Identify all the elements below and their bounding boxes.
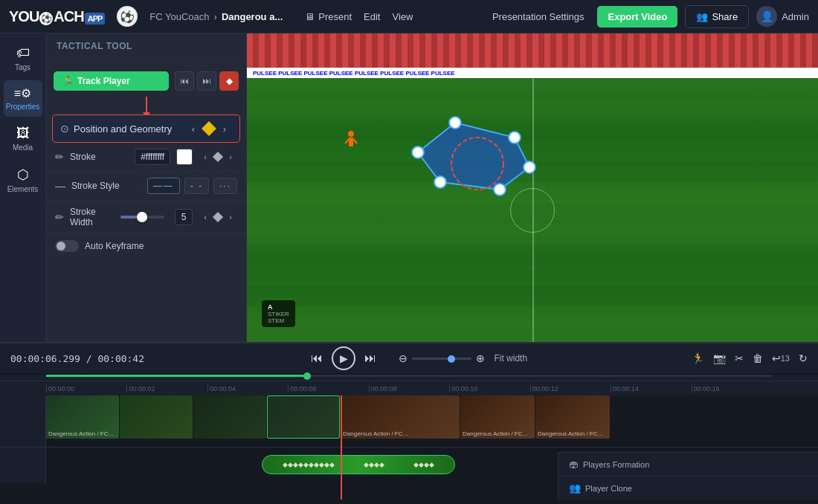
zoom-in-button[interactable]: ⊕ bbox=[476, 352, 485, 364]
anim-track-label bbox=[0, 448, 46, 483]
svg-point-8 bbox=[348, 131, 354, 137]
slider-fill bbox=[120, 216, 138, 219]
stroke-style-icon: — bbox=[55, 180, 65, 192]
color-swatch[interactable] bbox=[176, 149, 193, 165]
play-pause-button[interactable]: ▶ bbox=[332, 346, 355, 370]
progress-track[interactable] bbox=[46, 375, 772, 377]
auto-keyframe-toggle[interactable] bbox=[55, 240, 79, 252]
thumb-label-1: Dangerous Action / FC YouCoach 0 - Test … bbox=[48, 430, 115, 437]
panel-title: TACTICAL TOOL bbox=[57, 41, 132, 51]
player-clone-label: Player Clone bbox=[585, 484, 632, 493]
admin-avatar: 👤 bbox=[756, 6, 777, 27]
elements-icon: ⬡ bbox=[17, 167, 29, 183]
logo: YOU⚽ACHAPP bbox=[9, 8, 105, 25]
sidebar-item-properties[interactable]: ≡⚙ Properties bbox=[4, 80, 42, 117]
geometry-icon: ⊙ bbox=[60, 123, 69, 135]
stroke-value[interactable]: #ffffffff bbox=[135, 149, 170, 165]
record-button[interactable]: ◆ bbox=[219, 71, 239, 91]
track-player-button[interactable]: 🏃 Track Player bbox=[54, 71, 169, 91]
stroke-icon: ✏ bbox=[55, 151, 64, 163]
player-clone-track[interactable]: 👥 Player Clone bbox=[558, 476, 818, 500]
export-video-button[interactable]: Export Video bbox=[597, 6, 677, 28]
keyframe-diamond-button[interactable] bbox=[202, 121, 216, 136]
skip-fwd-button[interactable]: ⏭ bbox=[197, 71, 216, 91]
svg-point-2 bbox=[509, 132, 521, 143]
track-label-area bbox=[0, 395, 46, 447]
position-geometry-section[interactable]: ⊙ Position and Geometry ‹ › bbox=[52, 114, 240, 143]
svg-point-6 bbox=[412, 146, 424, 158]
thumb-label-7: Dangerous Action / FC You... bbox=[538, 430, 605, 437]
ruler-mark-0: 00:00:00 bbox=[46, 385, 126, 392]
tactical-polygon bbox=[410, 115, 544, 204]
breadcrumb: FC YouCoach › Dangerou a... bbox=[149, 11, 283, 22]
stroke-width-slider[interactable] bbox=[120, 216, 165, 219]
svg-point-4 bbox=[494, 184, 506, 196]
stroke-style-row: — Stroke Style —— - - ··· bbox=[46, 172, 246, 201]
redo-button[interactable]: ↻ bbox=[799, 352, 808, 364]
time-display: 00:00:06.299 / 00:00:42 bbox=[10, 353, 144, 364]
media-label: Media bbox=[13, 143, 33, 152]
progress-handle[interactable] bbox=[303, 372, 311, 380]
svg-line-11 bbox=[353, 139, 357, 143]
stroke-keyframe-btn[interactable] bbox=[213, 152, 223, 162]
thumb-6: Dangerous Action / FC YouCo... bbox=[460, 395, 535, 439]
view-button[interactable]: View bbox=[392, 11, 413, 22]
undo-count: 13 bbox=[781, 354, 790, 363]
ruler-mark-8: 00:00:16 bbox=[692, 385, 772, 392]
scissors-button[interactable]: ✂ bbox=[735, 352, 744, 364]
stroke-row: ✏ Stroke #ffffffff ‹ › bbox=[46, 143, 246, 172]
delete-button[interactable]: 🗑 bbox=[753, 352, 763, 364]
fit-width-button[interactable]: Fit width bbox=[489, 352, 532, 365]
screenshot-button[interactable]: 📷 bbox=[713, 352, 726, 364]
width-nav: ‹ › bbox=[199, 210, 237, 224]
stroke-style-label: Stroke Style bbox=[71, 181, 141, 191]
timeline-controls: 00:00:06.299 / 00:00:42 ⏮ ▶ ⏭ ⊖ ⊕ Fit wi… bbox=[0, 343, 818, 373]
stroke-dotted-button[interactable]: ··· bbox=[213, 178, 237, 194]
players-formation-track[interactable]: 🏟 Players Formation bbox=[558, 452, 818, 476]
share-button[interactable]: 👥 Share bbox=[685, 5, 749, 28]
ruler-mark-6: 00:00:12 bbox=[530, 385, 611, 392]
thumb-4 bbox=[267, 395, 340, 439]
stroke-width-value[interactable]: 5 bbox=[175, 209, 193, 225]
stroke-solid-button[interactable]: —— bbox=[147, 178, 180, 194]
ruler-mark-7: 00:00:14 bbox=[611, 385, 691, 392]
stroke-prev-btn[interactable]: ‹ bbox=[199, 150, 212, 164]
animation-track-bar[interactable]: ◆◆◆◆◆◆◆◆◆◆ ◆◆◆◆ ◆◆◆◆ bbox=[262, 455, 455, 474]
video-player: PULSEE PULSEE PULSEE PULSEE PULSEE PULSE… bbox=[247, 33, 818, 342]
zoom-out-button[interactable]: ⊖ bbox=[399, 352, 408, 364]
progress-fill bbox=[46, 375, 307, 377]
stroke-width-icon: ✏ bbox=[55, 211, 64, 223]
svg-point-3 bbox=[524, 161, 535, 173]
skip-back-button[interactable]: ⏮ bbox=[175, 71, 194, 91]
sidebar-item-elements[interactable]: ⬡ Elements bbox=[4, 161, 42, 199]
width-next-btn[interactable]: › bbox=[224, 210, 237, 224]
timeline-skip-back-button[interactable]: ⏮ bbox=[311, 352, 323, 365]
section-prev-button[interactable]: ‹ bbox=[186, 121, 201, 136]
clone-icon: 👥 bbox=[569, 482, 581, 494]
width-prev-btn[interactable]: ‹ bbox=[199, 210, 212, 224]
route-button[interactable]: 🏃 bbox=[692, 352, 704, 364]
presentation-settings-button[interactable]: Presentation Settings bbox=[486, 11, 590, 22]
edit-button[interactable]: Edit bbox=[364, 11, 380, 22]
sidebar-item-tags[interactable]: 🏷 Tags bbox=[4, 39, 42, 77]
stroke-dashed-button[interactable]: - - bbox=[184, 178, 209, 194]
present-button[interactable]: 🖥 Present bbox=[305, 11, 352, 22]
timeline-tracks: Dangerous Action / FC YouCoach 0 - Test … bbox=[0, 395, 818, 500]
sidebar-item-media[interactable]: 🖼 Media bbox=[4, 120, 42, 158]
stroke-next-btn[interactable]: › bbox=[224, 150, 237, 164]
thumbnails-container: Dangerous Action / FC YouCoach 0 - Test … bbox=[46, 395, 818, 447]
slider-thumb[interactable] bbox=[137, 212, 147, 222]
zoom-thumb bbox=[448, 355, 455, 363]
breadcrumb-arrow: › bbox=[214, 11, 217, 22]
crowd bbox=[247, 33, 818, 68]
section-next-button[interactable]: › bbox=[217, 121, 232, 136]
video-area: PULSEE PULSEE PULSEE PULSEE PULSEE PULSE… bbox=[247, 33, 818, 342]
width-keyframe-btn[interactable] bbox=[213, 212, 223, 222]
ruler-mark-2: 00:00:04 bbox=[207, 385, 288, 392]
zoom-slider[interactable] bbox=[412, 358, 471, 360]
undo-button[interactable]: ↩13 bbox=[772, 352, 790, 364]
breadcrumb-parent[interactable]: FC YouCoach bbox=[149, 11, 209, 22]
timeline-skip-fwd-button[interactable]: ⏭ bbox=[364, 352, 376, 365]
timeline-ruler: 00:00:00 00:00:02 00:00:04 00:00:06 00:0… bbox=[0, 381, 818, 395]
thumb-7: Dangerous Action / FC You... bbox=[535, 395, 610, 439]
